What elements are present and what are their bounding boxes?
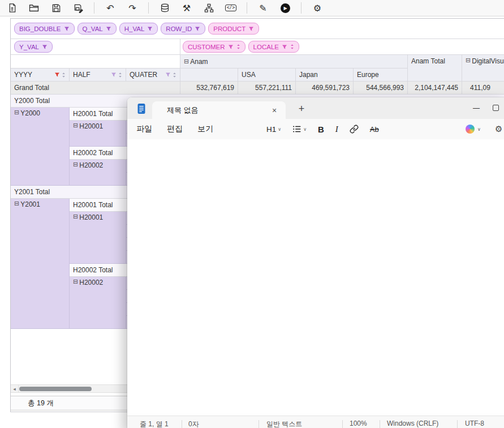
- row-header-label: HALF: [73, 71, 91, 79]
- field-chip-y-val[interactable]: Y_VAL: [14, 41, 53, 53]
- filter-icon[interactable]: [248, 26, 254, 32]
- row-header-half[interactable]: HALF: [70, 69, 126, 82]
- filter-active-icon[interactable]: [54, 72, 60, 78]
- notepad-settings-icon[interactable]: ⚙: [495, 119, 502, 139]
- filter-icon[interactable]: [228, 44, 234, 50]
- collapse-icon[interactable]: ⊟: [466, 57, 471, 63]
- clear-formatting-button[interactable]: Ab: [370, 125, 379, 134]
- toolbar-separator: [148, 2, 149, 14]
- row-header-label: QUATER: [130, 71, 157, 79]
- list-icon: [292, 125, 301, 134]
- sort-icon[interactable]: [236, 44, 240, 50]
- chevron-down-icon: ∨: [278, 127, 281, 132]
- group-label: Y2001: [20, 200, 40, 208]
- filter-icon[interactable]: [111, 72, 117, 78]
- scroll-left-icon[interactable]: ◂: [11, 385, 19, 392]
- new-tab-button[interactable]: +: [295, 102, 308, 115]
- undo-icon[interactable]: ↶: [104, 2, 117, 14]
- notepad-text-area[interactable]: [127, 139, 504, 416]
- grand-total-value: 411,09: [462, 82, 504, 95]
- heading-label: H1: [266, 125, 276, 134]
- row-header-quater[interactable]: QUATER: [126, 69, 180, 82]
- grand-total-value: 532,767,619: [180, 82, 238, 95]
- field-chip-row-id[interactable]: ROW_ID: [161, 23, 205, 35]
- toolbar-separator: [301, 2, 301, 14]
- maximize-button[interactable]: [493, 105, 499, 111]
- collapse-icon[interactable]: ⊟: [73, 213, 78, 220]
- group-cell-h20002: ⊟ H20002: [70, 160, 126, 186]
- minimize-button[interactable]: —: [467, 101, 486, 115]
- open-folder-icon[interactable]: [28, 2, 40, 14]
- grand-total-value: 544,566,993: [354, 82, 408, 95]
- menu-view[interactable]: 보기: [197, 124, 213, 134]
- group-cell-h20001: ⊟ H20001: [70, 121, 126, 147]
- field-chip-q-val[interactable]: Q_VAL: [77, 23, 117, 35]
- filter-icon[interactable]: [282, 44, 287, 50]
- row-header-yyyy[interactable]: YYYY: [11, 69, 70, 82]
- grand-total-value: 469,591,723: [296, 82, 354, 95]
- column-group-anam: ⊟ Anam: [180, 55, 408, 69]
- zoom-level[interactable]: 100%: [350, 420, 367, 427]
- chip-label: ROW_ID: [166, 25, 192, 32]
- code-glyph: </>: [225, 5, 236, 11]
- heading-button[interactable]: H1 ∨: [266, 125, 281, 134]
- row-header-label: YYYY: [14, 71, 32, 79]
- save-icon[interactable]: [50, 2, 62, 14]
- collapse-icon[interactable]: ⊟: [73, 279, 78, 285]
- collapse-icon[interactable]: ⊟: [73, 161, 78, 168]
- toolbar-separator: [247, 2, 247, 14]
- collapse-icon[interactable]: ⊟: [73, 122, 78, 129]
- list-button[interactable]: ∨: [292, 125, 307, 134]
- field-chip-product[interactable]: PRODUCT: [208, 23, 259, 35]
- redo-icon[interactable]: ↷: [126, 2, 139, 14]
- line-ending: Windows (CRLF): [387, 420, 438, 427]
- notepad-statusbar: 줄 1, 열 1 0자 일반 텍스트 100% Windows (CRLF) U…: [127, 416, 504, 428]
- settings-icon[interactable]: ⚙: [311, 2, 324, 14]
- chevron-down-icon: ∨: [477, 127, 481, 132]
- notepad-tab[interactable]: 제목 없음 ×: [152, 101, 286, 119]
- new-document-icon[interactable]: [6, 2, 18, 14]
- collapse-icon[interactable]: ⊟: [14, 109, 19, 115]
- sort-icon[interactable]: [118, 72, 122, 78]
- sort-icon[interactable]: [62, 72, 66, 78]
- collapse-icon[interactable]: ⊟: [184, 58, 189, 65]
- statusbar-separator: [182, 420, 182, 428]
- filter-icon[interactable]: [195, 26, 200, 32]
- edit-note-icon[interactable]: ✎: [257, 2, 269, 14]
- collapse-icon[interactable]: ⊟: [14, 200, 19, 207]
- field-chip-big-double[interactable]: BIG_DOUBLE: [14, 23, 75, 35]
- tab-close-icon[interactable]: ×: [269, 105, 280, 116]
- run-icon[interactable]: ▶: [279, 2, 291, 14]
- menu-edit[interactable]: 편집: [167, 124, 183, 134]
- field-chip-h-val[interactable]: H_VAL: [119, 23, 158, 35]
- build-tools-icon[interactable]: ⚒: [180, 2, 193, 14]
- menu-file[interactable]: 파일: [136, 124, 152, 134]
- field-chip-customer[interactable]: CUSTOMER: [183, 41, 245, 53]
- field-chip-locale[interactable]: LOCALE: [248, 41, 299, 53]
- copilot-icon: [466, 125, 475, 134]
- code-editor-icon[interactable]: </>: [225, 2, 237, 14]
- filter-icon[interactable]: [165, 72, 171, 78]
- filter-icon[interactable]: [64, 26, 70, 32]
- sort-icon[interactable]: [173, 72, 176, 78]
- italic-button[interactable]: I: [335, 125, 338, 134]
- column-blank: [180, 69, 238, 82]
- document-type: 일반 텍스트: [266, 420, 302, 428]
- grand-total-value: 557,221,111: [238, 82, 296, 95]
- filter-icon[interactable]: [42, 44, 48, 50]
- filter-icon[interactable]: [106, 26, 111, 32]
- hierarchy-icon[interactable]: [203, 2, 215, 14]
- copilot-button[interactable]: ∨: [466, 119, 481, 139]
- group-label: H20001: [79, 122, 103, 130]
- column-fields-area: CUSTOMER LOCALE: [180, 39, 504, 55]
- sort-icon[interactable]: [290, 44, 294, 50]
- chip-label: CUSTOMER: [188, 44, 225, 50]
- chip-label: H_VAL: [124, 25, 145, 32]
- scrollbar-thumb[interactable]: [19, 387, 92, 391]
- notepad-titlebar[interactable]: 제목 없음 × + —: [127, 97, 504, 119]
- bold-button[interactable]: B: [318, 125, 324, 134]
- link-button[interactable]: [350, 125, 359, 134]
- database-icon[interactable]: [158, 2, 171, 14]
- save-as-icon[interactable]: [72, 2, 84, 14]
- filter-icon[interactable]: [147, 26, 153, 32]
